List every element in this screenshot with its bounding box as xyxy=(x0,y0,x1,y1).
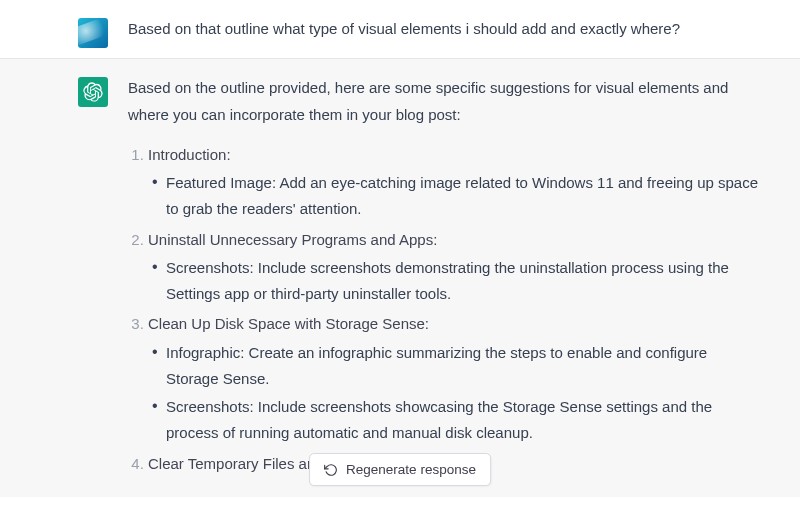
list-item: Introduction: Featured Image: Add an eye… xyxy=(148,142,760,223)
sub-list: Featured Image: Add an eye-catching imag… xyxy=(148,170,760,223)
sub-list: Screenshots: Include screenshots demonst… xyxy=(148,255,760,308)
assistant-message-row: Based on the outline provided, here are … xyxy=(0,59,800,497)
assistant-avatar xyxy=(78,77,108,107)
sub-list-item: Featured Image: Add an eye-catching imag… xyxy=(166,170,760,223)
assistant-intro-text: Based on the outline provided, here are … xyxy=(128,75,760,128)
user-message-text: Based on that outline what type of visua… xyxy=(128,16,700,42)
list-item-title: Introduction: xyxy=(148,146,231,163)
sub-list-item: Screenshots: Include screenshots showcas… xyxy=(166,394,760,447)
assistant-message-content: Based on the outline provided, here are … xyxy=(128,75,780,481)
sub-list: Infographic: Create an infographic summa… xyxy=(148,340,760,447)
user-avatar xyxy=(78,18,108,48)
regenerate-response-button[interactable]: Regenerate response xyxy=(309,453,491,486)
list-item: Uninstall Unnecessary Programs and Apps:… xyxy=(148,227,760,308)
regenerate-label: Regenerate response xyxy=(346,462,476,477)
list-item: Clean Up Disk Space with Storage Sense: … xyxy=(148,311,760,446)
refresh-icon xyxy=(324,463,338,477)
user-message-row: Based on that outline what type of visua… xyxy=(0,0,800,59)
list-item-title: Uninstall Unnecessary Programs and Apps: xyxy=(148,231,437,248)
openai-logo-icon xyxy=(83,82,103,102)
sub-list-item: Screenshots: Include screenshots demonst… xyxy=(166,255,760,308)
outline-list: Introduction: Featured Image: Add an eye… xyxy=(128,142,760,477)
sub-list-item: Infographic: Create an infographic summa… xyxy=(166,340,760,393)
list-item-title: Clean Up Disk Space with Storage Sense: xyxy=(148,315,429,332)
